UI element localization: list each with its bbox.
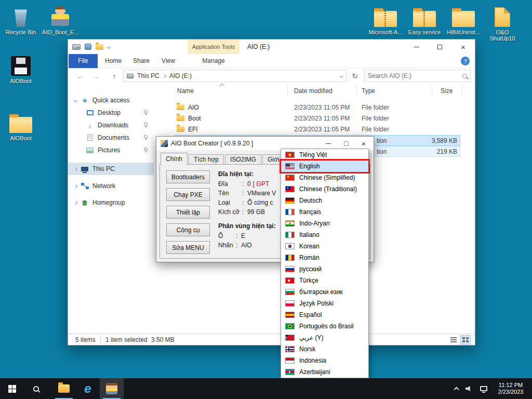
file-name[interactable]: Boot: [188, 115, 201, 122]
up-icon[interactable]: ↑: [108, 68, 121, 84]
network-icon[interactable]: [480, 386, 487, 391]
column-header-size[interactable]: Size: [441, 87, 453, 95]
sidebar-item-desktop[interactable]: Desktop: [68, 107, 154, 119]
qat-customize-icon[interactable]: [107, 45, 111, 48]
sidebar-item-pictures[interactable]: Pictures: [68, 144, 154, 156]
language-menu-item[interactable]: Tiếng Việt: [281, 149, 368, 161]
sidebar-item-downloads[interactable]: ↓ Downloads: [68, 119, 154, 131]
sidebar-item-this-pc[interactable]: This PC: [68, 163, 154, 175]
search-input[interactable]: [368, 72, 462, 79]
language-menu-item[interactable]: Italiano: [281, 229, 368, 241]
taskbar-internet-explorer[interactable]: e: [76, 378, 100, 399]
maximize-button[interactable]: [428, 39, 451, 54]
language-menu-item[interactable]: Chinese (Traditional): [281, 183, 368, 195]
tab-manage[interactable]: Manage: [197, 54, 230, 68]
language-menu-item[interactable]: Język Polski: [281, 298, 368, 309]
language-menu-item[interactable]: français: [281, 206, 368, 218]
taskbar-search-button[interactable]: [24, 378, 48, 399]
tab-share[interactable]: Share: [127, 54, 155, 68]
sidebar-item-homegroup[interactable]: Homegroup: [68, 196, 154, 209]
breadcrumb-separator-icon[interactable]: [163, 74, 166, 77]
search-icon[interactable]: [462, 74, 467, 78]
language-menu-item[interactable]: Román: [281, 252, 368, 263]
bootloaders-button[interactable]: Bootloaders: [166, 170, 210, 183]
back-icon[interactable]: ←: [73, 68, 87, 84]
start-button[interactable]: [0, 378, 24, 399]
details-view-icon[interactable]: [448, 335, 459, 344]
tray-expand-icon[interactable]: [454, 387, 459, 392]
file-name[interactable]: AIO: [188, 104, 199, 111]
file-name[interactable]: EFI: [188, 126, 198, 133]
language-menu-item[interactable]: Deutsch: [281, 195, 368, 206]
column-header-date[interactable]: Date modified: [294, 87, 332, 95]
language-menu-item[interactable]: Português do Brasil: [281, 321, 368, 332]
language-menu-item[interactable]: Azerbaijani: [281, 366, 368, 378]
chevron-right-icon[interactable]: [74, 201, 77, 204]
edit-menu-button[interactable]: Sửa MENU: [166, 241, 210, 254]
tab-iso2img[interactable]: ISO2IMG: [225, 154, 261, 165]
language-menu-item[interactable]: Norsk: [281, 343, 368, 355]
yellow-file-icon: [495, 4, 510, 27]
address-dropdown-icon[interactable]: [340, 74, 343, 77]
volume-icon[interactable]: [466, 385, 473, 392]
language-menu-item[interactable]: عربي (Y): [281, 332, 368, 343]
new-folder-icon[interactable]: [96, 44, 103, 50]
zip-folder-icon: [374, 4, 397, 27]
tab-chinh[interactable]: Chính: [161, 153, 188, 165]
desktop-icon-oo-shutup[interactable]: O&O ShutUp10: [483, 4, 522, 42]
desktop-icon-aioboot-disk[interactable]: AIOBoot: [1, 53, 41, 84]
language-menu-item[interactable]: English: [281, 161, 368, 172]
close-button[interactable]: ×: [451, 39, 475, 54]
sort-ascending-icon[interactable]: [220, 84, 225, 89]
chevron-right-icon[interactable]: [74, 167, 77, 170]
minimize-button[interactable]: [405, 39, 428, 54]
tab-view[interactable]: View: [155, 54, 181, 68]
desktop-icon-microsoft-a[interactable]: Microsoft-A...: [366, 4, 405, 35]
language-menu-item[interactable]: Korean: [281, 241, 368, 252]
desktop-icon-aio-boot[interactable]: AIO_Boot_E...: [41, 4, 80, 35]
desktop-icon-recycle-bin[interactable]: Recycle Bin: [1, 4, 41, 35]
tools-button[interactable]: Công cụ: [166, 223, 210, 236]
tab-file[interactable]: File: [69, 54, 98, 68]
taskbar-aio-boot[interactable]: [100, 378, 124, 399]
table-row[interactable]: AIO 2/23/2023 11:05 PM File folder: [154, 102, 475, 113]
chevron-down-icon[interactable]: [74, 98, 77, 102]
help-icon[interactable]: ?: [461, 57, 470, 65]
desktop-icon-easy-service[interactable]: Easy service: [405, 4, 444, 35]
desktop-icon-aioboot-folder[interactable]: AIOBoot: [1, 110, 41, 141]
table-row[interactable]: EFI 2/23/2023 11:05 PM File folder: [154, 124, 475, 135]
column-header-type[interactable]: Type: [362, 87, 375, 95]
explorer-titlebar[interactable]: Application Tools AIO (E:) ×: [68, 39, 475, 54]
language-menu-item[interactable]: Indonesia: [281, 355, 368, 366]
language-menu-item[interactable]: български език: [281, 286, 368, 298]
language-menu-item[interactable]: русский: [281, 263, 368, 275]
language-menu-item[interactable]: Türkçe: [281, 275, 368, 286]
sidebar-item-documents[interactable]: Documents: [68, 131, 154, 144]
run-pxe-button[interactable]: Chạy PXE: [166, 188, 210, 201]
clock-time: 11:12 PM: [495, 382, 527, 389]
table-row[interactable]: Boot 2/23/2023 11:05 PM File folder: [154, 113, 475, 124]
language-menu-item[interactable]: Indo-Aryan: [281, 218, 368, 229]
taskbar-clock[interactable]: 11:12 PM 2/23/2023: [495, 382, 527, 395]
chevron-right-icon[interactable]: [74, 184, 77, 188]
forward-icon[interactable]: →: [89, 68, 102, 84]
tab-home[interactable]: Home: [99, 54, 127, 68]
settings-button[interactable]: Thiết lập: [166, 206, 210, 219]
desktop-icon-hibit[interactable]: HiBitUninst...: [444, 4, 483, 35]
column-header-name[interactable]: Name: [177, 87, 194, 95]
taskbar-file-explorer[interactable]: [52, 378, 76, 399]
search-box[interactable]: [364, 70, 471, 82]
language-menu-item[interactable]: Español: [281, 309, 368, 321]
properties-icon[interactable]: [85, 44, 91, 50]
large-icons-view-icon[interactable]: [460, 335, 471, 344]
sidebar-item-quick-access[interactable]: ★ Quick access: [68, 94, 154, 107]
language-item-label: Norsk: [299, 345, 315, 353]
language-menu-item[interactable]: Chinese (Simplified): [281, 172, 368, 183]
aio-boot-app-icon: [106, 383, 117, 394]
sidebar-item-network[interactable]: Network: [68, 180, 154, 192]
address-bar[interactable]: This PC AIO (E:): [123, 70, 347, 82]
breadcrumb-this-pc[interactable]: This PC: [136, 72, 161, 79]
breadcrumb-aio-e[interactable]: AIO (E:): [168, 72, 193, 79]
refresh-icon[interactable]: ↻: [349, 70, 361, 82]
tab-tich-hop[interactable]: Tích hợp: [189, 154, 224, 165]
